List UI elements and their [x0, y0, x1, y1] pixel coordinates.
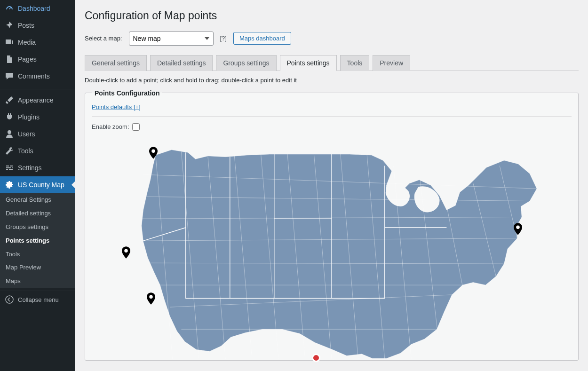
map-pin[interactable] — [122, 246, 130, 259]
comment-icon — [5, 71, 14, 81]
submenu-item-map-preview[interactable]: Map Preview — [0, 261, 75, 275]
enable-zoom-row: Enable zoom: — [92, 123, 572, 131]
media-icon — [5, 38, 14, 47]
help-icon[interactable]: [?] — [220, 35, 227, 42]
points-defaults-link[interactable]: Points defaults [+] — [92, 103, 141, 111]
submenu-item-detailed-settings[interactable]: Detailed settings — [0, 207, 75, 221]
enable-zoom-label: Enable zoom: — [92, 123, 129, 130]
map-pin[interactable] — [147, 292, 155, 305]
tab-points-settings[interactable]: Points settings — [280, 55, 337, 71]
map-canvas[interactable] — [106, 139, 557, 360]
tab-detailed-settings[interactable]: Detailed settings — [150, 55, 213, 71]
submenu-item-groups-settings[interactable]: Groups settings — [0, 221, 75, 234]
sidebar-item-label: Media — [18, 39, 36, 46]
submenu-item-maps[interactable]: Maps — [0, 275, 75, 288]
sidebar-item-label: US County Map — [18, 181, 64, 189]
sidebar-item-label: Pages — [18, 55, 37, 63]
map-pin[interactable] — [514, 223, 522, 235]
enable-zoom-checkbox[interactable] — [132, 123, 140, 131]
plug-icon — [5, 112, 14, 122]
svg-point-0 — [6, 296, 13, 303]
submenu-item-tools[interactable]: Tools — [0, 248, 75, 261]
sidebar-item-settings[interactable]: Settings — [0, 159, 75, 176]
sidebar-item-label: Users — [18, 130, 35, 138]
svg-point-4 — [516, 226, 520, 229]
menu-separator — [0, 87, 75, 89]
tab-groups-settings[interactable]: Groups settings — [216, 55, 276, 71]
sidebar-item-label: Tools — [18, 147, 33, 155]
tab-preview[interactable]: Preview — [373, 55, 410, 71]
us-county-map-svg[interactable] — [106, 139, 557, 360]
sidebar-item-plugins[interactable]: Plugins — [0, 109, 75, 126]
tabs: General settingsDetailed settingsGroups … — [85, 55, 579, 71]
page-title: Configuration of Map points — [85, 5, 579, 32]
sidebar-item-label: Dashboard — [18, 5, 50, 12]
select-map-label: Select a map: — [85, 35, 122, 42]
points-legend: Points Configuration — [92, 89, 162, 97]
svg-point-3 — [149, 295, 153, 299]
wrench-icon — [5, 146, 14, 156]
sidebar-item-label: Comments — [18, 72, 50, 80]
sliders-icon — [5, 163, 14, 173]
points-configuration-panel: Points Configuration Points defaults [+]… — [85, 89, 579, 361]
toolbar: Select a map: New map [?] Maps dashboard — [85, 32, 579, 46]
svg-point-1 — [151, 150, 155, 153]
map-pin[interactable] — [149, 147, 158, 159]
tab-general-settings[interactable]: General settings — [85, 55, 147, 71]
sidebar-item-appearance[interactable]: Appearance — [0, 92, 75, 109]
admin-sidebar: DashboardPostsMediaPagesComments Appeara… — [0, 0, 75, 371]
dashboard-icon — [5, 4, 14, 13]
submenu-item-general-settings[interactable]: General Settings — [0, 193, 75, 207]
brush-icon — [5, 95, 14, 105]
map-dot[interactable] — [312, 354, 320, 362]
pin-icon — [5, 21, 14, 30]
sidebar-item-comments[interactable]: Comments — [0, 68, 75, 85]
sidebar-item-us-county-map[interactable]: US County Map — [0, 176, 75, 193]
gear-icon — [5, 180, 14, 189]
maps-dashboard-button[interactable]: Maps dashboard — [233, 32, 291, 45]
sidebar-item-tools[interactable]: Tools — [0, 142, 75, 159]
collapse-menu[interactable]: Collapse menu — [0, 291, 75, 308]
sidebar-item-users[interactable]: Users — [0, 126, 75, 142]
tab-tools[interactable]: Tools — [340, 55, 370, 71]
submenu-item-points-settings[interactable]: Points settings — [0, 234, 75, 248]
sidebar-item-label: Plugins — [18, 113, 40, 121]
main-content: Configuration of Map points Select a map… — [75, 0, 588, 371]
sidebar-item-label: Settings — [18, 164, 42, 172]
sidebar-item-media[interactable]: Media — [0, 34, 75, 51]
hint-text: Double-click to add a point; click and h… — [85, 77, 579, 84]
user-icon — [5, 129, 14, 139]
sidebar-item-label: Posts — [18, 22, 34, 29]
sidebar-item-posts[interactable]: Posts — [0, 17, 75, 34]
collapse-icon — [5, 295, 14, 304]
map-select[interactable]: New map — [129, 32, 214, 46]
collapse-label: Collapse menu — [18, 296, 59, 303]
divider — [92, 116, 572, 117]
sidebar-item-dashboard[interactable]: Dashboard — [0, 0, 75, 17]
page-icon — [5, 55, 14, 64]
sidebar-item-pages[interactable]: Pages — [0, 51, 75, 68]
svg-point-2 — [124, 249, 128, 253]
sidebar-item-label: Appearance — [18, 96, 54, 104]
